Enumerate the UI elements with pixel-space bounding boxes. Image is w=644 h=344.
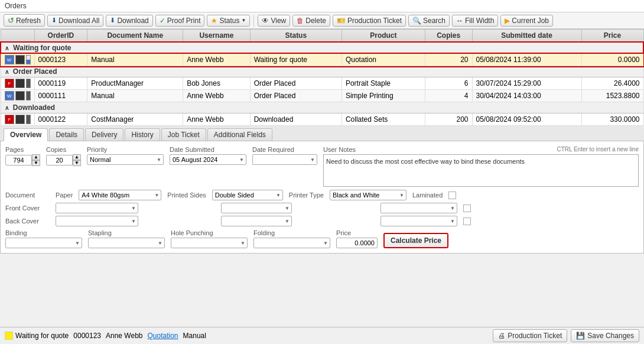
color-icon (15, 91, 25, 100)
fill-width-button[interactable]: ↔ Fill Width (452, 15, 498, 27)
laminated-checkbox[interactable] (448, 192, 456, 199)
fill-width-icon: ↔ (456, 17, 463, 25)
back-cover-select2[interactable] (221, 216, 292, 226)
printed-sides-select[interactable]: Double Sided Single Sided (212, 190, 283, 200)
prod-ticket-label: Production Ticket (508, 332, 562, 340)
pages-spinner[interactable]: 794 ▲ ▼ (5, 154, 40, 166)
cell-document: Manual (87, 54, 183, 66)
group-order-placed[interactable]: ∧ Order Placed (1, 66, 643, 77)
copies-decrement[interactable]: ▼ (73, 160, 81, 166)
status-bar-prod-ticket-button[interactable]: 🖨 Production Ticket (493, 329, 567, 342)
current-job-icon: ▶ (505, 17, 510, 25)
cell-document: CostManager (87, 113, 183, 126)
separator-1 (253, 15, 254, 27)
current-job-button[interactable]: ▶ Current Job (500, 15, 553, 27)
table-row[interactable]: P 0000119 ProductManager Bob Jones Order… (1, 77, 643, 90)
priority-group: Priority Normal High Urgent (87, 146, 164, 165)
tab-details-label: Details (56, 131, 77, 139)
pages-input[interactable]: 794 (5, 155, 32, 165)
priority-select[interactable]: Normal High Urgent (87, 154, 164, 165)
table-row[interactable]: P 0000122 CostManager Anne Webb Download… (1, 113, 643, 126)
folding-select[interactable] (253, 238, 330, 248)
status-bar-product[interactable]: Quotation (148, 332, 178, 340)
front-cover-select2[interactable] (221, 203, 292, 213)
search-button[interactable]: 🔍 Search (408, 15, 450, 27)
group-name-waiting: Waiting for quote (13, 44, 71, 52)
save-changes-label: Save Changes (587, 332, 634, 340)
copies-increment[interactable]: ▲ (73, 154, 81, 160)
cell-document: ProductManager (87, 77, 183, 90)
table-row[interactable]: W 0000111 Manual Anne Webb Order Placed … (1, 90, 643, 102)
status-bar-label: Waiting for quote (15, 332, 69, 340)
col-submitted: Submitted date (472, 30, 581, 43)
group-downloaded[interactable]: ∧ Downloaded (1, 102, 643, 113)
back-cover-select[interactable] (56, 216, 138, 226)
tab-overview[interactable]: Overview (4, 128, 48, 141)
cell-username: Anne Webb (183, 54, 251, 66)
hole-punching-select[interactable] (171, 238, 248, 248)
date-submitted-group: Date Submitted 05 August 2024 (170, 146, 246, 165)
stapling-select[interactable] (88, 238, 165, 248)
status-button[interactable]: ★ Status ▼ (207, 15, 250, 27)
folding-label: Folding (253, 229, 330, 236)
tab-job-ticket[interactable]: Job Ticket (161, 128, 206, 141)
col-document: Document Name (87, 30, 183, 43)
cell-product: Quotation (341, 54, 425, 66)
back-cover-checkbox[interactable] (463, 218, 471, 225)
duplex-icon (26, 115, 31, 124)
duplex-icon (26, 79, 31, 88)
copies-label: Copies (46, 146, 81, 153)
front-cover-select[interactable] (56, 203, 138, 213)
delete-button[interactable]: 🗑 Delete (292, 15, 330, 27)
cell-status: Order Placed (250, 77, 341, 90)
printer-type-select[interactable]: Black and White Colour (330, 190, 406, 200)
refresh-button[interactable]: ↺ Refresh (4, 14, 45, 27)
color-icon (15, 55, 25, 64)
tab-history[interactable]: History (125, 128, 160, 141)
table-row[interactable]: W 0000123 Manual Anne Webb Waiting for q… (1, 54, 643, 66)
copies-input[interactable]: 20 (46, 155, 73, 165)
date-submitted-row: 05 August 2024 (170, 154, 246, 165)
back-cover-select2-wrapper (221, 216, 292, 226)
date-submitted-select[interactable]: 05 August 2024 (170, 154, 246, 165)
date-required-label: Date Required (252, 146, 317, 153)
row-icons-cell: W (1, 54, 34, 66)
group-chevron-downloaded: ∧ (5, 105, 9, 111)
binding-row: Binding Stapling H (5, 229, 639, 248)
copies-spinner[interactable]: 20 ▲ ▼ (46, 154, 81, 166)
paper-select[interactable]: A4 White 80gsm A4 White 90gsm A3 White 8… (79, 190, 161, 200)
pages-increment[interactable]: ▲ (32, 154, 40, 160)
col-status: Status (250, 30, 341, 43)
orders-table: OrderID Document Name Username Status Pr… (0, 29, 644, 126)
binding-label: Binding (5, 229, 82, 236)
cell-document: Manual (87, 90, 183, 102)
proof-print-button[interactable]: ✓ Proof Print (155, 15, 205, 27)
tab-additional-fields[interactable]: Additional Fields (207, 128, 272, 141)
front-cover-checkbox[interactable] (463, 205, 471, 212)
group-name-downloaded: Downloaded (13, 103, 55, 112)
production-ticket-button[interactable]: 🎫 Production Ticket (333, 15, 406, 27)
tab-delivery[interactable]: Delivery (85, 128, 123, 141)
tab-details[interactable]: Details (49, 128, 84, 141)
download-all-button[interactable]: ⬇ Download All (47, 15, 103, 27)
price-input[interactable]: 0.0000 (336, 238, 378, 248)
pdf-icon: P (5, 79, 14, 88)
pages-decrement[interactable]: ▼ (32, 160, 40, 166)
group-waiting-for-quote[interactable]: ∧ Waiting for quote (1, 42, 643, 54)
front-cover-select3[interactable] (380, 203, 457, 213)
cell-username: Bob Jones (183, 77, 251, 90)
cell-copies: 4 (425, 90, 472, 102)
tab-delivery-label: Delivery (92, 131, 117, 139)
save-changes-button[interactable]: 💾 Save Changes (571, 329, 639, 342)
date-required-select[interactable] (252, 154, 317, 165)
binding-select[interactable] (5, 238, 82, 248)
back-cover-select3[interactable] (380, 216, 457, 226)
cell-submitted: 05/08/2024 11:39:00 (472, 54, 581, 66)
download-button[interactable]: ⬇ Download (106, 15, 152, 27)
date-submitted-select-wrapper: 05 August 2024 (170, 154, 246, 165)
calculate-price-button[interactable]: Calculate Price (383, 233, 448, 248)
save-icon: 💾 (576, 332, 585, 340)
binding-select-wrapper (5, 238, 82, 248)
view-button[interactable]: 👁 View (258, 15, 290, 27)
cell-submitted: 30/07/2024 15:29:00 (472, 77, 581, 90)
